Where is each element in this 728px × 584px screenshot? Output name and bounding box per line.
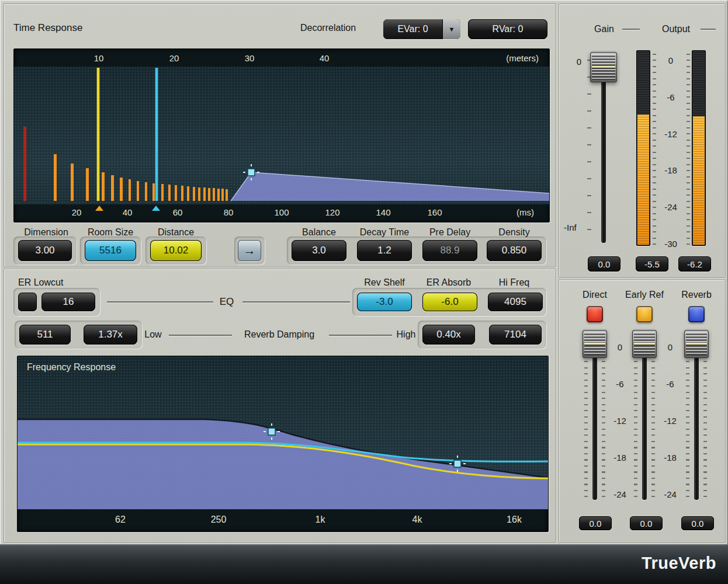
output-right-readout[interactable]: -6.2 — [678, 256, 711, 272]
evar-value: EVar: 0 — [383, 19, 442, 39]
distance-axis-marker-icon[interactable] — [95, 206, 103, 211]
damp-high-ratio-box[interactable]: 0.40x — [422, 325, 475, 345]
hi-freq-box[interactable]: 4095 — [488, 293, 543, 311]
time-response-panel: Time Response Decorrelation EVar: 0 ▼ RV… — [4, 4, 556, 267]
ms-axis-tick: 60 — [173, 207, 183, 217]
decay-time-box[interactable]: 1.2 — [357, 240, 412, 261]
time-response-graph: 10 20 30 40 (meters) — [13, 48, 550, 223]
gain-fader-track[interactable] — [601, 56, 606, 243]
meter-scale-tick: -12 — [664, 129, 677, 139]
rev-shelf-box[interactable]: -3.0 — [357, 293, 412, 311]
direct-fader-track[interactable] — [592, 333, 597, 500]
meter-scale-tick: 0 — [668, 55, 673, 65]
plugin-brand: TrueVerb — [642, 554, 716, 573]
mix-scale-tick: -24 — [664, 489, 677, 499]
gain-tick-marks — [587, 60, 591, 241]
distance-box[interactable]: 10.02 — [150, 240, 202, 261]
room-axis-marker-icon[interactable] — [152, 206, 160, 211]
reverb-damping-title: Reverb Damping — [244, 329, 314, 340]
reverb-solo-button[interactable] — [688, 306, 705, 322]
reverb-envelope — [231, 172, 549, 201]
divider-line — [622, 29, 640, 30]
meter-scale-tick: -24 — [664, 202, 677, 212]
output-meter-left — [636, 50, 650, 246]
output-meter-right — [692, 50, 706, 246]
density-box[interactable]: 0.850 — [487, 240, 542, 261]
pre-delay-box[interactable]: 88.9 — [422, 240, 477, 261]
meter-tick-marks — [653, 54, 656, 246]
early-reflection-bars — [54, 154, 228, 201]
rvar-box[interactable]: RVar: 0 — [468, 19, 547, 39]
gain-scale-bottom: -Inf — [564, 223, 577, 232]
time-response-plot — [14, 67, 549, 204]
mix-scale-tick: -6 — [666, 379, 674, 389]
balance-box[interactable]: 3.0 — [292, 240, 346, 261]
decorrelation-label: Decorrelation — [300, 23, 356, 33]
freq-axis-tick: 250 — [211, 515, 227, 525]
gain-label: Gain — [594, 24, 614, 34]
evar-dropdown[interactable]: EVar: 0 ▼ — [383, 19, 460, 39]
ms-axis-tick: 140 — [376, 207, 390, 217]
meters-axis-tick: 40 — [320, 53, 330, 63]
link-arrow-button[interactable]: → — [238, 240, 261, 261]
output-label: Output — [662, 24, 690, 34]
ms-axis-tick: 40 — [123, 207, 133, 217]
damp-low-freq-box[interactable]: 511 — [19, 325, 71, 345]
early-ref-solo-button[interactable] — [636, 306, 653, 322]
meter-scale-tick: -30 — [664, 239, 677, 249]
hi-freq-label: Hi Freq — [499, 277, 529, 288]
eq-panel: ER Lowcut 16 EQ Rev Shelf ER Absorb Hi F… — [4, 269, 556, 543]
ms-axis-unit: (ms) — [516, 207, 534, 217]
early-ref-fader-track[interactable] — [642, 333, 647, 500]
damp-high-freq-box[interactable]: 7104 — [489, 325, 542, 345]
early-ref-readout[interactable]: 0.0 — [630, 516, 663, 530]
direct-readout[interactable]: 0.0 — [579, 516, 612, 530]
eq-area — [18, 419, 548, 509]
mix-panel: Direct Early Ref Reverb 0 -6 -12 -18 -24… — [559, 279, 726, 543]
mix-scale-tick: -6 — [616, 379, 623, 389]
gain-fader-knob[interactable] — [590, 52, 617, 82]
mix-scale-tick: -18 — [664, 453, 677, 463]
mix-scale-tick: -24 — [613, 489, 626, 499]
ms-axis-tick: 120 — [325, 207, 339, 217]
dropdown-arrow-icon[interactable]: ▼ — [442, 19, 460, 39]
mix-scale-tick: -12 — [664, 416, 677, 426]
reverb-fader-track[interactable] — [694, 333, 699, 500]
mix-scale-tick: 0 — [668, 342, 672, 352]
ms-axis-tick: 160 — [427, 207, 442, 217]
divider-line — [107, 301, 213, 303]
reverb-label: Reverb — [681, 290, 712, 300]
ms-axis-tick: 80 — [224, 207, 234, 217]
room-size-box[interactable]: 5516 — [85, 240, 136, 261]
reverb-fader-knob[interactable] — [684, 330, 709, 358]
early-ref-fader-knob[interactable] — [632, 330, 657, 358]
eq-label: EQ — [220, 296, 234, 308]
direct-fader-knob[interactable] — [583, 330, 607, 358]
direct-sound-bar — [23, 127, 26, 201]
meter-scale-tick: -18 — [664, 165, 677, 175]
early-ref-label: Early Ref — [625, 290, 664, 300]
damp-low-ratio-box[interactable]: 1.37x — [84, 325, 137, 345]
meter-scale-tick: -6 — [667, 92, 674, 102]
output-panel: Gain Output 0 -Inf 0 -6 -12 -18 -24 -30 … — [559, 4, 726, 278]
output-meter-left-fill — [637, 114, 649, 245]
distance-marker[interactable] — [97, 68, 99, 201]
direct-label: Direct — [583, 290, 607, 300]
er-lowcut-toggle[interactable] — [18, 293, 37, 311]
direct-solo-button[interactable] — [587, 306, 603, 322]
output-left-readout[interactable]: -5.5 — [636, 256, 668, 272]
frequency-response-graph: Frequency Response 62 250 1k 4k 16k — [17, 356, 549, 532]
fader-tick-marks — [602, 343, 605, 497]
er-lowcut-box[interactable]: 16 — [41, 293, 95, 311]
gain-scale-top: 0 — [577, 57, 581, 67]
frequency-response-title: Frequency Response — [27, 362, 116, 373]
divider-line — [169, 335, 232, 336]
gain-readout[interactable]: 0.0 — [588, 256, 620, 272]
dimension-box[interactable]: 3.00 — [18, 240, 72, 261]
reverb-readout[interactable]: 0.0 — [681, 516, 714, 530]
output-meter-right-fill — [693, 116, 705, 245]
room-marker[interactable] — [155, 68, 158, 201]
bottom-bar: TrueVerb — [0, 544, 728, 584]
er-absorb-box[interactable]: -6.0 — [422, 293, 477, 311]
trueverb-window: Time Response Decorrelation EVar: 0 ▼ RV… — [0, 0, 728, 584]
